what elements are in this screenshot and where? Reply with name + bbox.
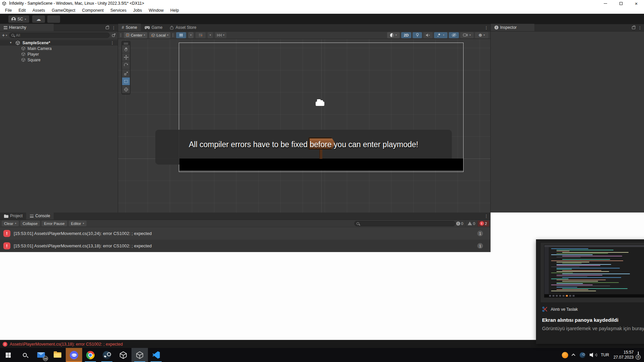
clear-button[interactable]: Clear ▾ [2, 221, 19, 226]
taskbar-unity-hub-button[interactable] [115, 348, 131, 362]
close-button[interactable]: × [629, 0, 644, 7]
hierarchy-search[interactable] [9, 33, 110, 38]
camera-settings-dropdown[interactable]: ▾ [460, 32, 474, 38]
hidden-objects-toggle[interactable] [449, 32, 459, 38]
error-icon: ! [3, 342, 7, 347]
chevron-down-icon: ▾ [190, 34, 192, 37]
rotate-tool-button[interactable] [122, 61, 130, 69]
editor-dropdown[interactable]: Editor ▾ [69, 221, 87, 226]
ground-platform-sprite[interactable] [179, 159, 463, 170]
hand-tool-button[interactable] [122, 45, 130, 53]
2d-toggle[interactable]: 2D [401, 32, 411, 38]
error-count-toggle[interactable]: ! 2 [477, 221, 489, 227]
hierarchy-item-main-camera[interactable]: Main Camera [0, 46, 118, 51]
taskbar-mail-button[interactable]: 58 [33, 348, 49, 362]
console-entry[interactable]: ! [15:53:01] Assets\PlayerMovement.cs(13… [0, 240, 490, 252]
console-search[interactable] [354, 221, 455, 226]
console-search-input[interactable] [359, 221, 453, 226]
taskbar-unity-button[interactable] [131, 348, 148, 362]
steam-tray-icon[interactable] [580, 352, 585, 358]
tray-app-icon[interactable] [562, 352, 568, 358]
action-center-button[interactable]: 7 [638, 352, 639, 358]
notification-toast[interactable]: Alıntı ve Taslak Ekran alıntısı panoya k… [536, 239, 644, 344]
drag-handle-icon[interactable] [120, 33, 122, 37]
hierarchy-item-square[interactable]: Square [0, 57, 118, 63]
taskbar-clock[interactable]: 15:57 27.07.2023 [613, 350, 634, 360]
minimize-button[interactable] [598, 0, 613, 7]
tab-game[interactable]: Game [141, 24, 166, 31]
menu-help[interactable]: Help [167, 7, 182, 14]
scene-row[interactable]: ▼ SampleScene* ⋮ [0, 40, 118, 46]
taskbar-vscode-button[interactable] [148, 348, 164, 362]
handle-rotation-dropdown[interactable]: Local ▾ [149, 32, 171, 38]
lighting-toggle[interactable] [413, 32, 422, 38]
menu-component[interactable]: Component [78, 7, 107, 14]
tab-hierarchy[interactable]: Hierarchy [0, 24, 54, 31]
tray-expand-icon[interactable] [572, 354, 575, 357]
start-button[interactable] [0, 348, 16, 362]
menu-services[interactable]: Services [107, 7, 130, 14]
lock-icon[interactable] [106, 26, 109, 29]
empty-toolbar-button[interactable] [47, 15, 60, 23]
tray-date: 27.07.2023 [613, 355, 634, 360]
taskbar-explorer-button[interactable] [49, 348, 66, 362]
tab-asset-store[interactable]: Asset Store [166, 24, 200, 31]
code-line [556, 289, 588, 290]
snap-increment-toggle[interactable] [196, 32, 206, 38]
pivot-mode-dropdown[interactable]: Center ▾ [124, 32, 147, 38]
menu-window[interactable]: Window [145, 7, 167, 14]
error-pause-button[interactable]: Error Pause [42, 221, 67, 226]
popout-icon[interactable] [112, 33, 116, 37]
add-gameobject-button[interactable]: + ▾ [2, 33, 7, 38]
tab-inspector[interactable]: i Inspector [491, 24, 534, 31]
kebab-menu-icon[interactable]: ⋮ [484, 25, 488, 30]
hierarchy-search-input[interactable] [16, 33, 107, 37]
gizmos-dropdown[interactable]: ⊕ ▾ [475, 32, 488, 38]
audio-toggle[interactable] [423, 32, 433, 38]
draw-mode-dropdown[interactable]: ▾ [387, 32, 400, 38]
windows-logo-icon [6, 353, 11, 358]
console-entry[interactable]: ! [15:53:01] Assets\PlayerMovement.cs(10… [0, 227, 490, 240]
scene-canvas[interactable]: All compiler errors have to be fixed bef… [118, 39, 490, 213]
menu-gameobject[interactable]: GameObject [48, 7, 78, 14]
rect-tool-button[interactable] [122, 77, 130, 85]
hierarchy-item-player[interactable]: Player [0, 51, 118, 57]
foldout-icon[interactable]: ▼ [9, 41, 12, 44]
drag-handle-icon[interactable] [122, 42, 130, 45]
kebab-menu-icon[interactable]: ⋮ [638, 25, 642, 30]
item-label: Square [28, 58, 41, 62]
language-indicator[interactable]: TUR [601, 353, 609, 357]
grid-snap-toggle[interactable] [176, 32, 186, 38]
menu-assets[interactable]: Assets [29, 7, 49, 14]
kebab-menu-icon[interactable]: ⋮ [112, 25, 116, 30]
move-tool-button[interactable] [122, 53, 130, 61]
cloud-button[interactable]: ☁ [32, 15, 45, 23]
increment-snap-dropdown[interactable]: ▾ [215, 32, 226, 38]
window-titlebar[interactable]: İnfidelity - SampleScene - Windows, Mac,… [0, 0, 644, 7]
grid-snap-options[interactable]: ▾ [188, 32, 194, 38]
collapse-button[interactable]: Collapse [20, 221, 40, 226]
menu-edit[interactable]: Edit [15, 7, 29, 14]
info-count-toggle[interactable]: ! 0 [454, 221, 465, 227]
tab-scene[interactable]: # Scene [118, 24, 141, 31]
kebab-menu-icon[interactable]: ⋮ [484, 214, 488, 219]
tab-console[interactable]: Console [26, 212, 54, 220]
kebab-menu-icon[interactable]: ⋮ [110, 41, 114, 45]
account-button[interactable]: SC ▾ [8, 15, 29, 23]
maximize-button[interactable] [613, 0, 629, 7]
menu-file[interactable]: File [2, 7, 15, 14]
transform-tool-button[interactable] [122, 85, 130, 93]
lock-icon[interactable] [632, 26, 635, 29]
taskbar-steam-button[interactable] [99, 348, 115, 362]
cloud-sprite[interactable] [316, 102, 324, 106]
taskbar-search-button[interactable] [16, 348, 33, 362]
volume-icon[interactable] [590, 352, 596, 358]
tab-project[interactable]: Project [0, 212, 26, 220]
menu-jobs[interactable]: Jobs [130, 7, 145, 14]
warning-count-toggle[interactable]: 0 [465, 221, 477, 227]
effects-dropdown[interactable]: ▾ [434, 32, 447, 38]
scale-tool-button[interactable] [122, 69, 130, 77]
taskbar-chrome-button[interactable] [82, 348, 99, 362]
snap-options[interactable]: ▾ [208, 32, 213, 38]
taskbar-discord-button[interactable] [66, 348, 82, 362]
